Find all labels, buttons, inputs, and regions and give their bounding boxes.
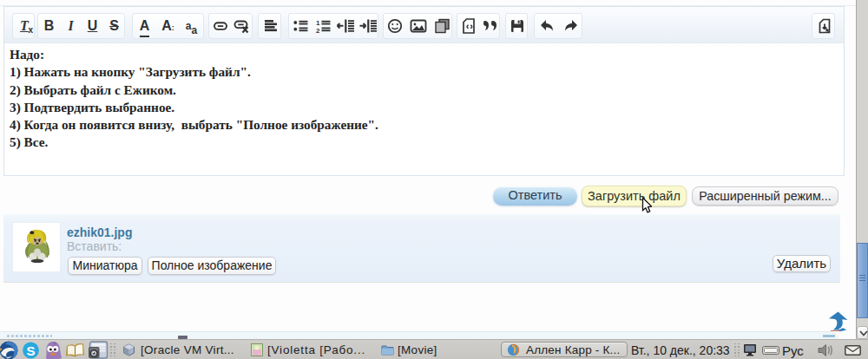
svg-text:1: 1 [316,19,320,27]
svg-text:2: 2 [316,27,320,34]
svg-text:S: S [26,343,35,358]
